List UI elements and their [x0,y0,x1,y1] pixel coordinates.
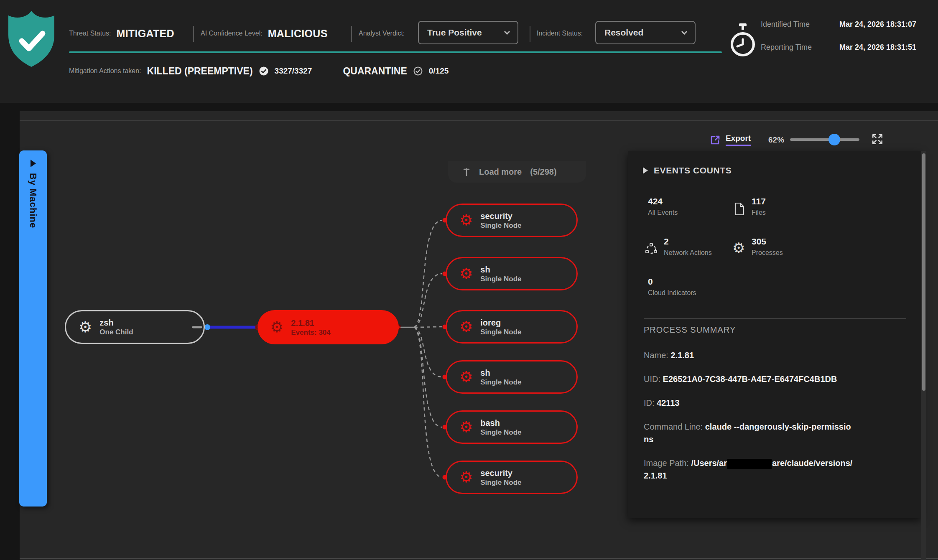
field-id: ID: 42113 [644,397,853,409]
export-label: Export [726,134,751,146]
mitigation-row: Mitigation Actions taken: KILLED (PREEMP… [69,62,449,80]
threat-status-value: MITIGATED [117,28,174,40]
load-more-count: (5/298) [530,167,556,177]
process-node-zsh[interactable]: ⚙ zsh One Child [65,310,205,344]
field-command-line: Command Line: claude --dangerously-skip-… [644,420,853,445]
details-panel: EVENTS COUNTS 424 All Events 117 Files 2… [628,151,921,518]
node-subtitle: Events: 304 [291,328,331,337]
count-label: All Events [648,209,678,216]
count-label: Cloud Indicators [648,289,696,297]
node-title: 2.1.81 [291,318,331,328]
ai-confidence-group: AI Confidence Level: MALICIOUS [201,24,328,43]
mitigation-quarantine-label: QUARANTINE [343,66,407,77]
panel-scrollbar[interactable] [921,151,926,560]
gear-icon: ⚙ [459,470,473,485]
reporting-time-value: Mar 24, 2026 18:31:51 [839,43,916,52]
process-node-child[interactable]: ⚙ security Single Node [446,204,578,237]
mitigation-killed-count: 3327/3327 [275,66,312,76]
field-uid: UID: E26521A0-7C38-447B-A4E7-E6474FC4B1D… [644,373,853,385]
load-more-icon [462,167,471,176]
incident-status-value: Resolved [604,28,643,38]
canvas-bottom-border [20,558,938,559]
count-label: Network Actions [664,249,712,257]
network-icon [645,242,658,257]
count-value: 305 [752,237,783,247]
gear-icon: ⚙ [79,320,92,335]
threat-status-label: Threat Status: [69,30,111,37]
collapse-arrow-icon [643,167,648,174]
count-label: Processes [752,249,783,257]
process-node-focus[interactable]: ⚙ 2.1.81 Events: 304 [257,310,399,344]
count-cloud-indicators: 0 Cloud Indicators [648,277,696,297]
redaction-box [727,459,772,469]
check-circle-outline-icon [413,66,423,76]
events-counts-header[interactable]: EVENTS COUNTS [643,165,732,176]
incident-status-dropdown[interactable]: Resolved [595,21,696,44]
process-node-child[interactable]: ⚙ security Single Node [446,461,578,494]
zoom-slider[interactable] [790,138,859,141]
by-machine-label: By Machine [28,173,38,228]
by-machine-tab[interactable]: By Machine [19,150,47,507]
gear-icon: ⚙ [459,266,473,281]
mitigation-killed-label: KILLED (PREEMPTIVE) [147,66,253,77]
count-value: 2 [664,237,712,247]
count-files: 117 Files [752,196,766,216]
chevron-down-icon [504,28,510,34]
ai-confidence-value: MALICIOUS [268,28,328,40]
process-node-child[interactable]: ⚙ sh Single Node [446,360,578,394]
header-separator [193,26,194,42]
fullscreen-icon[interactable] [871,133,884,145]
node-subtitle: Single Node [480,478,521,487]
incident-status-label: Incident Status: [537,30,583,37]
analyst-verdict-label: Analyst Verdict: [359,30,405,37]
node-title: ioreg [480,318,521,328]
field-name: Name: 2.1.81 [644,349,853,361]
canvas-divider [20,120,938,121]
export-button[interactable]: Export [710,134,751,146]
chevron-down-icon [681,28,687,34]
analyst-verdict-dropdown[interactable]: True Positive [418,21,518,44]
node-title: bash [480,418,521,428]
count-value: 117 [752,196,766,206]
node-subtitle: Single Node [480,221,521,230]
gear-icon: ⚙ [732,241,745,255]
gear-icon: ⚙ [270,320,283,335]
load-more-button[interactable]: Load more (5/298) [448,161,586,183]
node-subtitle: Single Node [480,275,521,283]
events-counts-title: EVENTS COUNTS [654,165,732,176]
threat-status-group: Threat Status: MITIGATED [69,24,174,43]
load-more-label: Load more [479,167,522,177]
incident-status-group: Incident Status: [537,24,583,43]
count-network-actions: 2 Network Actions [664,237,712,257]
panel-scrollbar-thumb[interactable] [922,153,925,391]
analyst-verdict-value: True Positive [427,28,482,38]
node-title: security [480,211,521,221]
node-title: security [480,468,521,478]
node-title: zsh [99,318,133,328]
export-icon [710,135,721,145]
reporting-time-label: Reporting Time [761,43,832,52]
process-summary-section: PROCESS SUMMARY Name: 2.1.81 UID: E26521… [644,325,853,493]
identified-time-value: Mar 24, 2026 18:31:07 [839,20,916,29]
process-node-child[interactable]: ⚙ bash Single Node [446,410,578,444]
node-title: sh [480,265,521,275]
file-icon [734,202,745,217]
zoom-slider-handle[interactable] [828,134,840,145]
process-node-child[interactable]: ⚙ ioreg Single Node [446,310,578,344]
analyst-verdict-group: Analyst Verdict: [359,24,405,43]
mitigation-quarantine-count: 0/125 [429,66,449,76]
node-title: sh [480,368,521,378]
header-separator [530,26,530,42]
threat-header: Threat Status: MITIGATED AI Confidence L… [0,0,938,103]
process-node-child[interactable]: ⚙ sh Single Node [446,257,578,290]
stopwatch-icon [731,23,755,61]
mitigation-label: Mitigation Actions taken: [69,67,141,75]
gear-icon: ⚙ [459,213,473,228]
node-subtitle: One Child [99,328,133,336]
node-subtitle: Single Node [480,428,521,437]
shield-check-icon [7,9,56,69]
count-label: Files [752,209,766,216]
check-circle-filled-icon [259,66,269,76]
panel-divider [644,318,906,319]
ai-confidence-label: AI Confidence Level: [201,30,263,37]
